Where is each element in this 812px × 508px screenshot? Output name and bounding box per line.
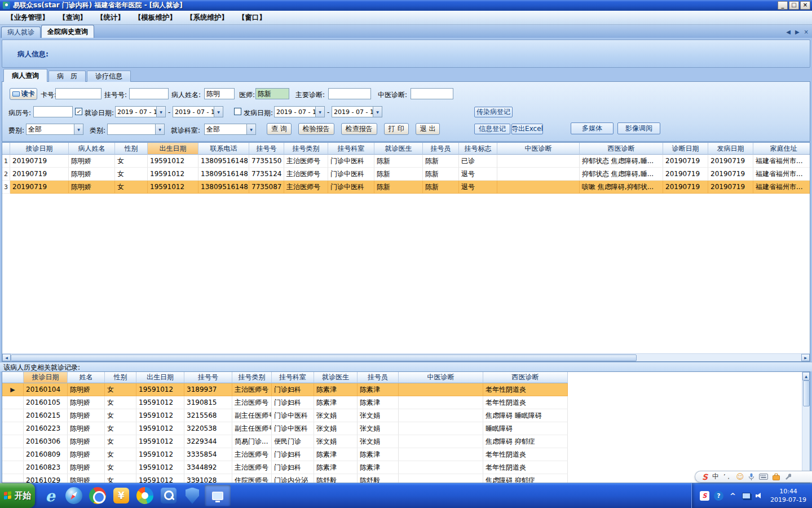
read-card-button[interactable]: 读卡	[10, 88, 37, 100]
dropdown-arrow-icon[interactable]: ▼	[155, 124, 164, 134]
action-button-2[interactable]: 检查报告	[341, 123, 377, 135]
column-header-8[interactable]: 就诊医生	[374, 143, 423, 155]
chrome-icon[interactable]	[86, 485, 109, 506]
tab-scroll-right-icon[interactable]: ▶	[795, 29, 800, 36]
toolbox-icon[interactable]	[773, 474, 780, 480]
action-button-3[interactable]: 打 印	[384, 123, 409, 135]
column-header-2[interactable]: 性别	[115, 143, 148, 155]
visit-date-from-combo[interactable]: 2019 - 07 - 19 ▼	[115, 106, 166, 117]
dropdown-arrow-icon[interactable]: ▼	[315, 107, 324, 117]
action-button-4[interactable]: 退 出	[416, 123, 440, 135]
info-register-button[interactable]: 信息登记	[474, 124, 510, 134]
image-review-button[interactable]: 影像调阅	[617, 122, 660, 134]
compass-icon[interactable]	[63, 485, 85, 506]
record-no-input[interactable]	[33, 106, 73, 117]
main-diagnosis-input[interactable]	[328, 88, 371, 99]
column-header-6[interactable]: 挂号类别	[284, 143, 328, 155]
column-header-4[interactable]: 联系电话	[198, 143, 249, 155]
column-header-4[interactable]: 挂号号	[184, 372, 232, 383]
column-header-13[interactable]: 诊断日期	[663, 143, 708, 155]
column-header-3[interactable]: 出生日期	[136, 372, 184, 383]
history-row-4[interactable]: 20160223陈明娇女195910123220538副主任医师号门诊中医科张文…	[2, 422, 810, 435]
column-header-8[interactable]: 挂号员	[358, 372, 399, 383]
column-header-11[interactable]: 中医诊断	[497, 143, 580, 155]
column-header-5[interactable]: 挂号号	[249, 143, 284, 155]
tab-close-icon[interactable]: ×	[804, 29, 809, 36]
ie-icon[interactable]: e	[39, 485, 61, 506]
column-header-14[interactable]: 发病日期	[708, 143, 753, 155]
tray-expand-icon[interactable]: ^	[728, 491, 738, 501]
fee-type-combo[interactable]: 全部 ▼	[26, 124, 83, 135]
history-row-6[interactable]: 20160809陈明娇女195910123335854主治医师号门诊妇科陈素津陈…	[2, 448, 810, 461]
finance-icon[interactable]: ¥	[110, 485, 133, 506]
column-header-1[interactable]: 病人姓名	[69, 143, 115, 155]
tab-1[interactable]: 全院病史查询	[41, 25, 94, 38]
multimedia-button[interactable]: 多媒体	[571, 122, 614, 134]
close-button[interactable]: ×	[800, 1, 810, 10]
column-header-1[interactable]: 姓名	[68, 372, 105, 383]
sub-tab-0[interactable]: 病人查询	[3, 69, 47, 82]
vertical-scroll-thumb[interactable]	[803, 380, 810, 406]
ime-mode-toggle[interactable]: 中	[712, 472, 719, 481]
reg-no-input[interactable]	[129, 88, 169, 99]
scroll-right-button[interactable]: ▶	[801, 354, 810, 361]
patient-name-input[interactable]	[204, 88, 235, 99]
export-excel-button[interactable]: 导出Excel	[511, 124, 543, 134]
column-header-7[interactable]: 就诊医生	[314, 372, 358, 383]
his-app-icon[interactable]	[205, 485, 231, 506]
onset-date-from-combo[interactable]: 2019 - 07 - 19 ▼	[274, 106, 325, 117]
minimize-button[interactable]: _	[778, 1, 788, 10]
dropdown-arrow-icon[interactable]: ▼	[74, 124, 83, 134]
patient-row-3[interactable]: 320190719陈明娇女19591012138095161487735087主…	[2, 181, 810, 194]
history-row-5[interactable]: 20160306陈明娇女195910123229344简易门诊...便民门诊张文…	[2, 435, 810, 448]
visit-date-to-combo[interactable]: 2019 - 07 - 19 ▼	[173, 106, 223, 117]
column-header-9[interactable]: 挂号员	[423, 143, 459, 155]
action-button-1[interactable]: 检验报告	[298, 123, 334, 135]
column-header-7[interactable]: 挂号科室	[328, 143, 374, 155]
shield-icon[interactable]	[181, 485, 204, 506]
column-header-10[interactable]: 西医诊断	[483, 372, 568, 383]
visit-date-checkbox[interactable]: ✓	[75, 108, 82, 115]
column-header-2[interactable]: 性别	[105, 372, 136, 383]
history-row-8[interactable]: 20161029陈明娇女195910123391028住院医师号门诊内分泌陈舒毅…	[2, 474, 810, 483]
column-header-9[interactable]: 中医诊断	[399, 372, 483, 383]
wrench-icon[interactable]	[784, 474, 791, 480]
volume-tray-icon[interactable]	[755, 492, 764, 500]
doctor-input[interactable]	[255, 88, 289, 99]
menu-item-1[interactable]: 【查询】	[58, 12, 88, 24]
column-header-15[interactable]: 家庭住址	[753, 143, 810, 155]
onset-date-to-combo[interactable]: 2019 - 07 - 19 ▼	[332, 106, 382, 117]
horizont al-scrollbar[interactable]: ◀ ▶	[2, 353, 810, 361]
patient-row-2[interactable]: 220190719陈明娇女19591012138095161487735124主…	[2, 168, 810, 181]
dropdown-arrow-icon[interactable]: ▼	[246, 124, 255, 134]
search-icon[interactable]	[157, 485, 180, 506]
column-header-0[interactable]: 接诊日期	[24, 372, 68, 383]
visit-dept-combo[interactable]: 全部 ▼	[204, 124, 256, 135]
dropdown-arrow-icon[interactable]: ▼	[214, 107, 223, 117]
column-header-3[interactable]: 出生日期	[148, 143, 198, 155]
history-row-2[interactable]: 20160105陈明娇女195910123190815主治医师号门诊妇科陈素津陈…	[2, 396, 810, 409]
emoji-icon[interactable]: ☺	[736, 472, 744, 481]
history-row-3[interactable]: 20160215陈明娇女195910123215568副主任医师号门诊中医科张文…	[2, 409, 810, 422]
scroll-up-button[interactable]: ▲	[802, 372, 810, 380]
keyboard-icon[interactable]	[759, 474, 768, 480]
menu-item-5[interactable]: 【窗口】	[237, 12, 267, 24]
card-no-input[interactable]	[55, 88, 102, 99]
ime-punctuation-toggle[interactable]: ’，	[723, 472, 732, 481]
column-header-6[interactable]: 挂号科室	[272, 372, 314, 383]
onset-date-checkbox[interactable]	[234, 108, 241, 115]
menu-item-2[interactable]: 【统计】	[95, 12, 126, 24]
vertical-scrollbar[interactable]: ▲ ▼	[802, 372, 810, 483]
sogou-browser-icon[interactable]	[134, 485, 156, 506]
menu-item-3[interactable]: 【模板维护】	[133, 12, 178, 24]
dropdown-arrow-icon[interactable]: ▼	[156, 107, 165, 117]
dropdown-arrow-icon[interactable]: ▼	[373, 107, 382, 117]
history-row-1[interactable]: ▶20160104陈明娇女195910123189937主治医师号门诊妇科陈素津…	[2, 383, 810, 396]
sub-tab-1[interactable]: 病 历	[48, 71, 86, 82]
help-tray-icon[interactable]: ?	[714, 491, 723, 501]
action-button-0[interactable]: 查 询	[267, 123, 292, 135]
sub-tab-2[interactable]: 诊疗信息	[87, 71, 131, 82]
sogou-logo-icon[interactable]: S	[702, 472, 708, 481]
tab-0[interactable]: 病人就诊	[1, 27, 41, 38]
column-header-0[interactable]: 接诊日期	[10, 143, 69, 155]
